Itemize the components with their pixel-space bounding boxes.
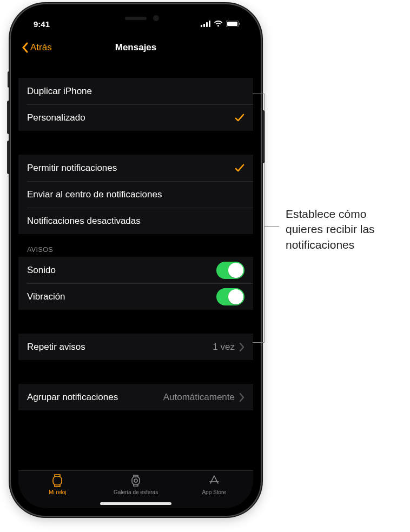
- cell-label: Agrupar notificaciones: [27, 392, 118, 403]
- nav-title: Mensajes: [115, 42, 157, 53]
- svg-rect-0: [201, 25, 202, 27]
- cell-mirror-iphone[interactable]: Duplicar iPhone: [18, 78, 253, 104]
- svg-rect-3: [209, 21, 210, 27]
- svg-rect-7: [53, 476, 62, 485]
- mute-switch: [8, 71, 10, 88]
- app-store-icon: [206, 474, 222, 488]
- watch-icon: [49, 474, 65, 488]
- chevron-left-icon: [22, 42, 29, 53]
- nav-bar: Atrás Mensajes: [18, 36, 253, 59]
- cellular-icon: [201, 21, 210, 27]
- cell-value: Automáticamente: [163, 392, 235, 403]
- svg-point-9: [134, 479, 137, 482]
- status-right: [201, 21, 240, 27]
- cell-label: Enviar al centro de notificaciones: [27, 189, 162, 200]
- cell-label: Permitir notificaciones: [27, 163, 117, 174]
- notch: [83, 12, 189, 28]
- checkmark-icon: [235, 113, 244, 123]
- watch-face-icon: [128, 474, 144, 488]
- annotation-text: Establece cómo quieres recibir las notif…: [286, 207, 399, 252]
- tab-label: Galería de esferas: [114, 489, 158, 495]
- back-button[interactable]: Atrás: [22, 42, 52, 53]
- power-button: [262, 110, 265, 163]
- cell-send-notification-center[interactable]: Enviar al centro de notificaciones: [18, 181, 253, 208]
- tab-app-store[interactable]: App Store: [175, 471, 253, 508]
- settings-list[interactable]: Duplicar iPhone Personalizado Permitir n…: [18, 59, 253, 470]
- cell-notifications-off[interactable]: Notificaciones desactivadas: [18, 208, 253, 234]
- svg-rect-5: [227, 22, 237, 26]
- chevron-right-icon: [239, 343, 244, 351]
- cell-custom[interactable]: Personalizado: [18, 104, 253, 131]
- cell-label: Notificaciones desactivadas: [27, 216, 141, 227]
- volume-up: [7, 101, 10, 134]
- tab-my-watch[interactable]: Mi reloj: [18, 471, 97, 508]
- callout-bracket: [253, 342, 264, 343]
- cell-group-notifications[interactable]: Agrupar notificaciones Automáticamente: [18, 384, 253, 410]
- cell-label: Repetir avisos: [27, 342, 85, 353]
- cell-value: 1 vez: [213, 342, 235, 353]
- svg-rect-1: [203, 24, 205, 27]
- section-header-alerts: AVISOS: [18, 234, 253, 257]
- svg-rect-6: [239, 23, 240, 25]
- svg-rect-2: [206, 22, 208, 27]
- tab-label: App Store: [202, 489, 226, 495]
- cell-label: Vibración: [27, 291, 65, 302]
- tab-label: Mi reloj: [49, 489, 66, 495]
- volume-down: [7, 141, 10, 174]
- cell-repeat-alerts[interactable]: Repetir avisos 1 vez: [18, 334, 253, 360]
- cell-sound[interactable]: Sonido: [18, 257, 253, 283]
- svg-rect-8: [132, 477, 140, 484]
- callout-bracket: [264, 94, 264, 343]
- phone-frame: 9:41 Atrás Mensajes: [11, 4, 261, 516]
- wifi-icon: [214, 21, 223, 27]
- callout-leader: [264, 226, 279, 227]
- cell-allow-notifications[interactable]: Permitir notificaciones: [18, 155, 253, 181]
- screen: 9:41 Atrás Mensajes: [18, 12, 253, 508]
- cell-label: Sonido: [27, 265, 56, 276]
- home-indicator[interactable]: [100, 502, 171, 505]
- sound-toggle[interactable]: [216, 262, 244, 279]
- cell-haptic[interactable]: Vibración: [18, 283, 253, 310]
- callout-bracket: [253, 94, 264, 94]
- cell-label: Personalizado: [27, 112, 85, 123]
- cell-label: Duplicar iPhone: [27, 86, 92, 97]
- status-time: 9:41: [34, 19, 50, 29]
- chevron-right-icon: [239, 393, 244, 402]
- battery-icon: [226, 21, 240, 27]
- back-label: Atrás: [30, 42, 52, 53]
- checkmark-icon: [235, 163, 244, 173]
- haptic-toggle[interactable]: [216, 288, 244, 305]
